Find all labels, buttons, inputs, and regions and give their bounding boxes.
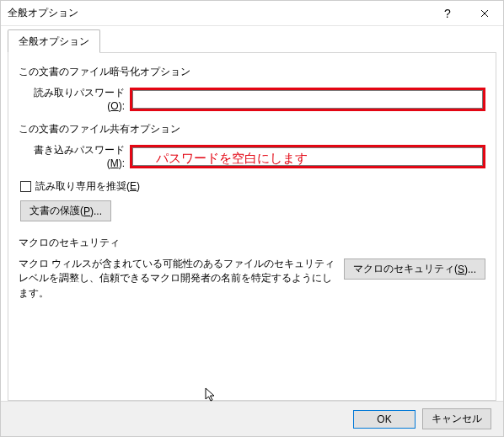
window-controls: ? (429, 1, 503, 26)
annotation-text: パスワードを空白にします (156, 151, 308, 167)
macro-description: マクロ ウィルスが含まれている可能性のあるファイルのセキュリティ レベルを調整し… (19, 257, 335, 301)
readonly-recommended-row[interactable]: 読み取り専用を推奨(E) (20, 179, 485, 194)
dialog-title: 全般オプション (8, 6, 429, 20)
encryption-section-heading: この文書のファイル暗号化オプション (19, 65, 485, 79)
client-area: 全般オプション この文書のファイル暗号化オプション 読み取りパスワード(O): … (1, 26, 503, 401)
cancel-button[interactable]: キャンセル (422, 408, 491, 429)
macro-section-heading: マクロのセキュリティ (19, 236, 485, 250)
readonly-checkbox[interactable] (20, 181, 31, 192)
macro-row: マクロ ウィルスが含まれている可能性のあるファイルのセキュリティ レベルを調整し… (19, 257, 485, 301)
tab-general-options[interactable]: 全般オプション (8, 29, 100, 53)
macro-security-button[interactable]: マクロのセキュリティ(S)... (344, 258, 485, 280)
modify-password-label: 書き込みパスワード(M): (19, 143, 125, 169)
tabstrip: 全般オプション (8, 29, 496, 53)
open-password-row: 読み取りパスワード(O): (19, 86, 485, 112)
close-icon (480, 9, 489, 18)
protect-document-button[interactable]: 文書の保護(P)... (20, 200, 111, 221)
help-button[interactable]: ? (429, 1, 466, 26)
dialog-footer: OK キャンセル (1, 401, 503, 436)
readonly-label: 読み取り専用を推奨(E) (35, 179, 140, 194)
tab-panel: この文書のファイル暗号化オプション 読み取りパスワード(O): この文書のファイ… (8, 52, 496, 401)
sharing-section-heading: この文書のファイル共有オプション (19, 122, 485, 136)
ok-button[interactable]: OK (353, 410, 416, 429)
open-password-label: 読み取りパスワード(O): (19, 86, 125, 112)
close-button[interactable] (466, 1, 503, 26)
open-password-highlight (130, 88, 485, 111)
open-password-input[interactable] (132, 90, 483, 109)
general-options-dialog: 全般オプション ? 全般オプション この文書のファイル暗号化オプション 読み取り… (0, 0, 504, 437)
titlebar: 全般オプション ? (1, 1, 503, 26)
